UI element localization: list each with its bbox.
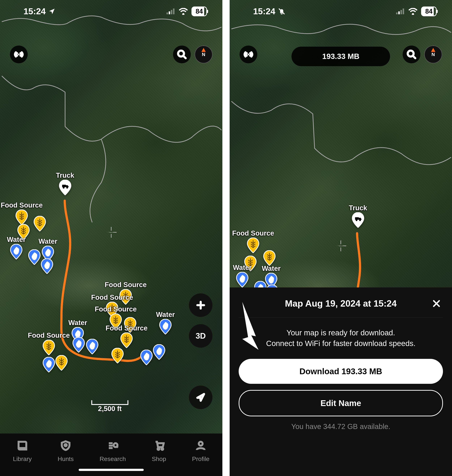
svg-rect-3: [166, 13, 168, 14]
water-pin-icon: [10, 244, 23, 259]
map-pin-water[interactable]: Water: [156, 311, 175, 334]
pin-label: Water: [68, 319, 87, 327]
svg-rect-4: [169, 11, 170, 14]
broadcast-button[interactable]: [239, 46, 257, 63]
status-time: 15:24: [24, 6, 46, 16]
wifi-icon: [179, 8, 188, 15]
cart-icon: [153, 440, 165, 453]
search-button[interactable]: [403, 46, 420, 63]
map-pin-food[interactable]: [111, 348, 124, 363]
tab-library[interactable]: Library: [13, 440, 32, 463]
truck-pin-icon: [352, 212, 364, 228]
svg-rect-18: [396, 13, 398, 14]
pin-label: Food Source: [28, 331, 70, 339]
svg-rect-5: [171, 10, 172, 14]
compass-n-label: N: [432, 52, 435, 57]
svg-point-9: [65, 444, 67, 446]
3d-label: 3D: [196, 331, 206, 340]
map-pin-water[interactable]: Water: [39, 238, 57, 261]
map-pin-food[interactable]: Food Source: [28, 331, 70, 355]
storage-available-text: You have 344.72 GB available.: [239, 423, 443, 431]
tab-label: Research: [100, 455, 126, 463]
pin-label: Water: [7, 236, 26, 244]
svg-rect-14: [355, 217, 359, 220]
download-size-pill[interactable]: 193.33 MB: [292, 47, 390, 66]
svg-rect-20: [400, 10, 402, 14]
map-pin-water[interactable]: [140, 350, 153, 365]
pin-label: Food Source: [1, 201, 43, 209]
map-center-crosshair-icon: [106, 227, 117, 238]
water-pin-icon: [42, 357, 55, 372]
svg-rect-0: [62, 185, 66, 187]
map-pin-food[interactable]: Food Source: [232, 229, 274, 253]
svg-point-11: [158, 448, 160, 450]
water-pin-icon: [140, 350, 153, 365]
water-pin-icon: [86, 339, 99, 354]
search-button[interactable]: [173, 46, 191, 63]
wifi-icon: [408, 8, 418, 15]
food-pin-icon: [247, 238, 259, 253]
cellular-icon: [396, 8, 405, 14]
svg-point-13: [199, 442, 203, 446]
map-pin-water[interactable]: [41, 258, 53, 274]
food-pin-icon: [33, 216, 46, 231]
pin-label: Water: [156, 311, 175, 318]
map-pin-food[interactable]: [33, 216, 46, 231]
map-pin-water[interactable]: Water: [7, 236, 26, 259]
sheet-close-button[interactable]: [432, 298, 441, 311]
water-pin-icon: [41, 258, 53, 274]
broadcast-button[interactable]: [10, 46, 28, 63]
tab-research[interactable]: Research: [100, 440, 126, 463]
toggle-3d-button[interactable]: 3D: [189, 324, 213, 348]
map-pin-truck[interactable]: Truck: [349, 204, 367, 228]
pin-label: Food Source: [106, 324, 147, 332]
recenter-button[interactable]: [189, 386, 213, 409]
map-scale: 2,500 ft: [91, 400, 128, 413]
compass-button[interactable]: N: [424, 46, 442, 63]
compass-button[interactable]: N: [195, 46, 213, 63]
tab-hunts[interactable]: Hunts: [58, 440, 74, 463]
svg-point-2: [66, 187, 68, 189]
map-pin-water[interactable]: Water: [233, 264, 252, 287]
status-bar: 15:24 84: [0, 6, 222, 16]
map-pin-truck[interactable]: Truck: [56, 172, 74, 195]
close-icon: [432, 299, 441, 308]
tab-label: Shop: [152, 455, 166, 463]
shield-icon: [60, 440, 71, 453]
map-pin-food[interactable]: Food Source: [106, 324, 147, 348]
water-pin-icon: [153, 344, 166, 360]
book-icon: [17, 440, 28, 453]
map-pin-water[interactable]: [86, 339, 99, 354]
svg-rect-6: [173, 8, 174, 14]
map-pin-water[interactable]: [153, 344, 166, 360]
svg-point-10: [114, 443, 118, 447]
pin-label: Food Source: [91, 294, 133, 301]
map-pin-water[interactable]: [72, 337, 85, 352]
status-time: 15:24: [253, 6, 275, 16]
tab-profile[interactable]: Profile: [192, 440, 209, 463]
food-pin-icon: [120, 332, 133, 348]
add-waypoint-button[interactable]: [189, 293, 213, 317]
map-pin-water[interactable]: [42, 357, 55, 372]
pin-label: Truck: [56, 172, 74, 179]
home-indicator: [79, 469, 144, 471]
svg-point-1: [63, 187, 65, 189]
map-pin-food[interactable]: [263, 250, 276, 266]
map-pin-food[interactable]: [55, 355, 68, 370]
map-pin-water[interactable]: [28, 249, 41, 265]
search-icon: [177, 49, 187, 60]
pin-label: Water: [39, 238, 57, 245]
svg-rect-19: [398, 11, 400, 14]
battery-level: 84: [421, 7, 437, 16]
tab-label: Library: [13, 455, 32, 463]
tab-shop[interactable]: Shop: [152, 440, 166, 463]
person-icon: [195, 440, 206, 453]
pin-label: Food Source: [105, 281, 147, 289]
download-button[interactable]: Download 193.33 MB: [239, 359, 443, 384]
plus-icon: [196, 300, 206, 310]
svg-point-22: [247, 53, 249, 55]
tab-label: Profile: [192, 455, 209, 463]
svg-point-12: [161, 448, 163, 450]
edit-name-button[interactable]: Edit Name: [239, 390, 443, 416]
navigation-arrow-icon: [196, 392, 206, 403]
